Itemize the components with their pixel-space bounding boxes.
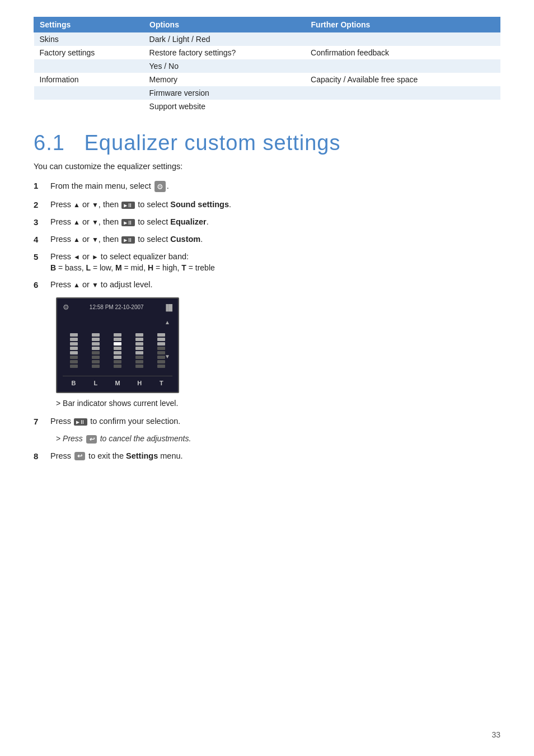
section-number: 6.1 (34, 131, 65, 155)
setting-cell (34, 86, 144, 100)
play-pause-icon: ▶⏸ (121, 236, 135, 244)
eq-segment (70, 356, 78, 359)
eq-segment (92, 360, 100, 363)
eq-label-row: B L M H T (63, 380, 172, 386)
eq-segment (135, 351, 143, 354)
table-row: Skins Dark / Light / Red (34, 32, 500, 46)
step-content-7: Press ▶⏸ to confirm your selection. (50, 417, 500, 426)
table-row: Firmware version (34, 86, 500, 100)
eq-column-h (131, 315, 148, 376)
eq-segment (70, 365, 78, 368)
eq-segment (114, 360, 121, 363)
step-number-8: 8 (34, 451, 50, 461)
up-arrow-icon: ▲ (73, 281, 80, 289)
step-content-2: Press ▲ or ▼, then ▶⏸ to select Sound se… (50, 200, 500, 209)
step-2: 2 Press ▲ or ▼, then ▶⏸ to select Sound … (34, 200, 500, 209)
left-arrow-icon: ◄ (73, 253, 80, 261)
step-content-3: Press ▲ or ▼, then ▶⏸ to select Equalize… (50, 217, 500, 226)
step-1: 1 From the main menu, select . (34, 181, 500, 192)
eq-segment (135, 338, 143, 341)
settings-table: Settings Options Further Options Skins D… (34, 17, 500, 113)
eq-segment (70, 338, 78, 341)
step-3: 3 Press ▲ or ▼, then ▶⏸ to select Equali… (34, 217, 500, 227)
step-number-5: 5 (34, 252, 50, 262)
eq-screen: ⚙ 12:58 PM 22-10-2007 ▐█ (56, 297, 179, 393)
setting-cell: Information (34, 73, 144, 86)
eq-segment (135, 342, 143, 346)
eq-segment (70, 333, 78, 337)
table-row: Factory settings Restore factory setting… (34, 46, 500, 59)
up-arrow-icon: ▲ (73, 201, 80, 209)
eq-label-t: T (153, 380, 170, 386)
further-cell (305, 86, 500, 100)
eq-segment (92, 333, 100, 337)
bold-label: Sound settings (170, 200, 229, 209)
step-number-7: 7 (34, 417, 50, 426)
eq-segment (70, 351, 78, 354)
table-row: Information Memory Capacity / Available … (34, 73, 500, 86)
eq-segment (114, 342, 121, 346)
option-cell: Yes / No (144, 59, 306, 73)
eq-label-m: M (109, 380, 126, 386)
step-content-5: Press ◄ or ► to select equalizer band: B… (50, 252, 500, 272)
eq-bars-area: ▲ ▼ (63, 315, 172, 376)
eq-screen-wrapper: ⚙ 12:58 PM 22-10-2007 ▐█ (56, 297, 500, 393)
option-cell: Restore factory settings? (144, 46, 306, 59)
col-header-settings: Settings (34, 17, 144, 32)
eq-segment (114, 338, 121, 341)
back-icon: ↩ (74, 452, 85, 460)
further-cell: Capacity / Available free space (305, 73, 500, 86)
eq-segment (114, 351, 121, 354)
gear-icon (154, 181, 166, 192)
steps-list: 1 From the main menu, select . 2 Press ▲… (34, 181, 500, 290)
eq-segment (70, 342, 78, 346)
option-cell: Firmware version (144, 86, 306, 100)
further-cell (305, 100, 500, 113)
step-5-sub: B = bass, L = low, M = mid, H = high, T … (50, 263, 500, 272)
further-cell: Confirmation feedback (305, 46, 500, 59)
step-8: 8 Press ↩ to exit the Settings menu. (34, 451, 500, 461)
eq-segment (92, 342, 100, 346)
section-heading: 6.1 Equalizer custom settings (34, 131, 500, 155)
setting-cell: Factory settings (34, 46, 144, 59)
down-arrow-icon: ▼ (92, 236, 99, 244)
eq-column-b (65, 315, 82, 376)
eq-segment (135, 365, 143, 368)
eq-segment (92, 347, 100, 350)
eq-segment (135, 360, 143, 363)
section-title: Equalizer custom settings (85, 131, 341, 155)
play-pause-icon: ▶⏸ (121, 219, 135, 226)
eq-segment (70, 347, 78, 350)
step-number-2: 2 (34, 200, 50, 209)
eq-column-m (109, 315, 126, 376)
eq-segment (92, 365, 100, 368)
eq-segment (157, 365, 165, 368)
option-cell: Support website (144, 100, 306, 113)
step-number-3: 3 (34, 217, 50, 227)
step-content-4: Press ▲ or ▼, then ▶⏸ to select Custom. (50, 235, 500, 244)
eq-up-arrow: ▲ (165, 319, 170, 325)
col-header-options: Options (144, 17, 306, 32)
steps-list-3: 8 Press ↩ to exit the Settings menu. (34, 451, 500, 461)
option-cell: Dark / Light / Red (144, 32, 306, 46)
eq-label-l: L (87, 380, 104, 386)
steps-list-2: 7 Press ▶⏸ to confirm your selection. (34, 417, 500, 426)
table-row: Yes / No (34, 59, 500, 73)
back-icon: ↩ (86, 435, 97, 444)
down-arrow-icon: ▼ (92, 281, 99, 289)
down-arrow-icon: ▼ (92, 218, 99, 226)
intro-text: You can customize the equalizer settings… (34, 162, 500, 171)
eq-segment (114, 356, 121, 359)
down-arrow-icon: ▼ (92, 201, 99, 209)
eq-arrows: ▲ ▼ (165, 319, 170, 360)
eq-segment (114, 365, 121, 368)
step-6: 6 Press ▲ or ▼ to adjust level. (34, 280, 500, 290)
eq-column-l (87, 315, 104, 376)
eq-segment (114, 333, 121, 337)
eq-bar-track (69, 325, 79, 376)
eq-battery-icon: ▐█ (163, 304, 172, 311)
step-number-4: 4 (34, 235, 50, 244)
eq-segment (135, 347, 143, 350)
eq-segment (157, 360, 165, 363)
eq-segment (135, 333, 143, 337)
